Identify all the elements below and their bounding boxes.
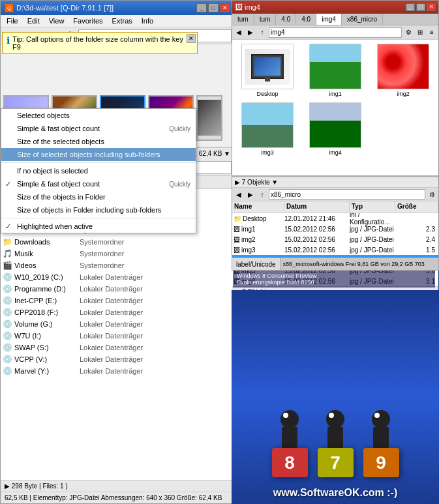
menu-info[interactable]: Info <box>140 16 155 25</box>
ctx-size-selected[interactable]: Size of the selected objects <box>1 135 196 148</box>
tab-label-unicode[interactable]: label/Unicode <box>232 258 280 270</box>
figure-head <box>326 410 344 428</box>
rw-back-icon[interactable]: ◀ <box>234 27 244 38</box>
list-item[interactable]: 💿 SWAP (S:) Lokaler Datenträger <box>1 342 234 353</box>
list-item[interactable]: 🎬 Videos Systemordner <box>1 259 234 271</box>
rw-list-header: Name Datum Typ Größe <box>232 201 438 213</box>
list-item[interactable]: 🖼img1 15.02.2012 02:56 jpg / JPG-Datei 2… <box>232 224 438 234</box>
menu-favorites[interactable]: Favorites <box>71 16 104 25</box>
rw-col-type[interactable]: Typ <box>350 201 395 213</box>
list-item[interactable]: 💿 CPP2018 (F:) Lokaler Datenträger <box>1 306 234 318</box>
rw-col-size[interactable]: Größe <box>395 201 438 213</box>
list-item[interactable]: 🖼img2 15.02.2012 02:56 jpg / JPG-Datei 2… <box>232 234 438 245</box>
sign-8: 8 <box>272 448 308 477</box>
rw-tab-img4[interactable]: img4 <box>316 14 342 25</box>
list-item[interactable]: 💿 W7U (I:) Lokaler Datenträger <box>1 330 234 342</box>
info-icon: ℹ <box>7 35 10 46</box>
rw-thumb-desktop[interactable]: Desktop <box>235 42 300 98</box>
list-item[interactable]: 💿 Inet-CPP (E:) Lokaler Datenträger <box>1 295 234 306</box>
ctx-simple-fast-1[interactable]: Simple & fast object count Quickly <box>1 122 196 135</box>
rw-status-text: 7 Objekte ▼ <box>242 179 278 186</box>
rw-up-icon[interactable]: ↑ <box>257 27 267 38</box>
ctx-separator-1 <box>1 162 196 163</box>
drive-icon: 💿 <box>2 284 12 294</box>
window-title: D:\3d-wa\test [Q-Dir 7.91.1 [7]] <box>16 4 114 12</box>
rw-address-bar-1[interactable]: img4 <box>269 27 402 38</box>
rw-tab-40-2[interactable]: 4:0 <box>296 14 316 25</box>
title-bar: Q D:\3d-wa\test [Q-Dir 7.91.1 [7]] _ □ ✕ <box>1 1 234 15</box>
status-icon: ▶ <box>5 482 10 490</box>
ctx-size-folder-sub[interactable]: Size of objects in Folder including sub-… <box>1 203 196 216</box>
menu-edit[interactable]: Edit <box>25 16 42 25</box>
info-close-button[interactable]: ✕ <box>187 34 196 43</box>
rw-back-icon-2[interactable]: ◀ <box>234 189 244 200</box>
video-icon: 🎬 <box>2 260 12 271</box>
context-menu: Selected objects Simple & fast object co… <box>1 108 196 233</box>
menu-file[interactable]: File <box>5 16 20 25</box>
title-bar-left: Q D:\3d-wa\test [Q-Dir 7.91.1 [7]] <box>5 3 114 12</box>
sign-7: 7 <box>318 448 354 477</box>
figure-body <box>327 427 343 448</box>
close-button[interactable]: ✕ <box>220 3 230 12</box>
rw-thumb-img3[interactable]: img3 <box>235 101 300 157</box>
tab-x86[interactable]: x86_microsoft-windows Frei 9,81 GB von 2… <box>280 258 427 270</box>
list-item[interactable]: 💿 VCPP (V:) Lokaler Datenträger <box>1 353 234 365</box>
softwareok-url: www.SoftwareOK.com :-) <box>273 487 398 499</box>
win8-line2: Evaluierungskopie Build 8250 <box>237 279 431 286</box>
softwareok-panel: 8 7 9 www.SoftwareOK.com :-) <box>232 290 439 504</box>
rw-tab-tum2[interactable]: tum <box>254 14 277 25</box>
rw-addr-text-1: img4 <box>271 29 285 36</box>
rw-thumb-img2[interactable]: img2 <box>371 42 436 98</box>
rw-grid-icon[interactable]: ⊞ <box>415 27 425 38</box>
rw-minimize-button[interactable]: _ <box>406 3 415 11</box>
sign-9: 9 <box>363 448 399 477</box>
rw-tab-tum1[interactable]: tum <box>232 14 254 25</box>
rw-thumb-img1[interactable]: img1 <box>303 42 368 98</box>
list-item[interactable]: 💿 Volume (G:) Lokaler Datenträger <box>1 318 234 330</box>
rw-forward-icon-2[interactable]: ▶ <box>245 189 256 200</box>
rw-forward-icon[interactable]: ▶ <box>245 27 256 38</box>
rw-settings-icon-2[interactable]: ⚙ <box>427 189 437 200</box>
list-item[interactable]: 🖼img3 15.02.2012 02:56 jpg / JPG-Datei 1… <box>232 245 438 255</box>
ctx-size-selected-sub[interactable]: Size of selected objects including sub-f… <box>1 148 196 161</box>
info-box: ℹ Tip: Call options of the folder size c… <box>2 32 198 54</box>
menu-view[interactable]: View <box>47 16 67 25</box>
rw-tab-x86[interactable]: x86_micro <box>342 14 383 25</box>
rw-close-button[interactable]: ✕ <box>427 3 436 11</box>
menu-bar: File Edit View Favorites Extras Info <box>1 15 234 27</box>
ctx-size-folder[interactable]: Size of the objects in Folder <box>1 190 196 203</box>
list-item[interactable]: 💿 Programme (D:) Lokaler Datenträger <box>1 283 234 295</box>
rw-thumb-img4[interactable]: img4 <box>303 101 368 157</box>
rw-settings-icon[interactable]: ⚙ <box>403 27 414 38</box>
figure-9: 9 <box>363 410 399 481</box>
drive-icon: 💿 <box>2 331 12 341</box>
ctx-separator-2 <box>1 218 196 218</box>
list-item[interactable]: 📁Desktop 12.01.2012 21:46 ini / Konfigur… <box>232 213 438 224</box>
ctx-highlighted[interactable]: Highlighted when active <box>1 220 196 233</box>
rw-title-icon: 🖼 <box>235 3 243 12</box>
list-item[interactable]: 💿 Marvel (Y:) Lokaler Datenträger <box>1 365 234 377</box>
drive-icon: 💿 <box>2 272 12 282</box>
maximize-button[interactable]: □ <box>208 3 219 12</box>
list-item[interactable]: 🎵 Musik Systemordner <box>1 248 234 259</box>
rw-sort-icon[interactable]: ≡ <box>427 27 437 38</box>
thumb-partial[interactable] <box>196 95 222 141</box>
rw-tab-40-1[interactable]: 4:0 <box>276 14 296 25</box>
folder-icon: 📁 <box>2 237 12 247</box>
win8-overlay: Windows 8 Consumer Preview Evaluierungsk… <box>233 271 435 288</box>
rw-up-icon-2[interactable]: ↑ <box>257 189 267 200</box>
list-item[interactable]: 📁 Downloads Systemordner <box>1 236 234 248</box>
minimize-button[interactable]: _ <box>196 3 207 12</box>
ctx-selected-objects[interactable]: Selected objects <box>1 109 196 122</box>
ctx-simple-fast-2[interactable]: Simple & fast object count Quickly <box>1 177 196 190</box>
ctx-if-no-object[interactable]: If no object is selected <box>1 164 196 177</box>
rw-maximize-button[interactable]: □ <box>416 3 425 11</box>
info-text: Tip: Call options of the folder size col… <box>12 35 193 51</box>
menu-extras[interactable]: Extras <box>110 16 134 25</box>
list-item[interactable]: 💿 W10_2019 (C:) Lokaler Datenträger <box>1 271 234 283</box>
rw-col-name[interactable]: Name <box>232 201 284 213</box>
rw-col-date[interactable]: Datum <box>284 201 350 213</box>
rw-address-bar-2[interactable]: x86_micro <box>269 189 425 200</box>
drive-icon: 💿 <box>2 342 12 353</box>
figure-head <box>372 410 390 428</box>
